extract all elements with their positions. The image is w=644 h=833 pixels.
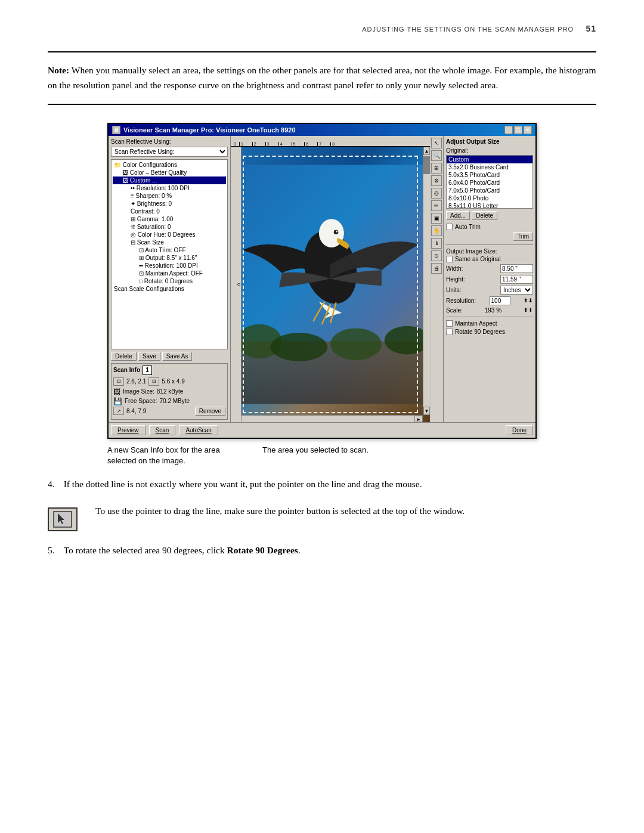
print-button[interactable]: 🖨 — [431, 263, 442, 274]
info-button[interactable]: ℹ — [431, 238, 442, 249]
pointer-tool-button[interactable]: ↖ — [431, 138, 442, 148]
resolution-spinner[interactable]: ⬆⬇ — [524, 298, 533, 304]
maximize-button[interactable]: □ — [514, 126, 522, 134]
height-input[interactable] — [500, 275, 533, 284]
delete-button[interactable]: Delete — [111, 352, 137, 361]
coords2-icon: ↗ — [113, 407, 124, 415]
hand-button[interactable]: ✋ — [431, 225, 442, 236]
image-size-icon: 🖼 — [113, 388, 120, 396]
scrollbar-horizontal[interactable]: ◄ ► — [231, 415, 423, 422]
tree-item-scan-size[interactable]: ⊟ Scan Size — [113, 239, 226, 246]
listbox-item-business-card[interactable]: 3.5x2.0 Business Card — [447, 163, 532, 171]
step4-item: 4. If the dotted line is not exactly whe… — [48, 477, 596, 492]
tree-item-rotate[interactable]: □ Rotate: 0 Degrees — [113, 277, 226, 285]
resolution-input[interactable] — [490, 296, 510, 305]
step4-text: If the dotted line is not exactly where … — [64, 477, 596, 492]
scale-spinner[interactable]: ⬆⬇ — [524, 307, 533, 313]
listbox-item-custom[interactable]: Custom — [447, 156, 532, 163]
listbox-item-photo-35[interactable]: 5.0x3.5 Photo/Card — [447, 171, 532, 179]
scale-value: 193 % — [485, 307, 501, 314]
pencil-button[interactable]: ✏ — [431, 200, 442, 211]
tree-item-brightness[interactable]: ✦ Brightness: 0 — [113, 200, 226, 208]
window-body: Scan Reflective Using: Scan Reflective U… — [109, 136, 535, 422]
page-header: Adjusting the Settings on the Scan Manag… — [48, 24, 596, 33]
width-input[interactable] — [500, 264, 533, 273]
tree-item-maintain[interactable]: ⊡ Maintain Aspect: OFF — [113, 270, 226, 277]
settings-button[interactable]: ⚙ — [431, 175, 442, 186]
vertical-toolbar: ↖ 🔍 ⊞ ⚙ ◎ ✏ ▣ ✋ ℹ ⊙ 🖨 — [430, 136, 443, 422]
delete-preset-button[interactable]: Delete — [472, 211, 497, 220]
scan-button[interactable]: Scan — [149, 425, 176, 435]
done-button[interactable]: Done — [506, 425, 533, 435]
units-select[interactable]: Inches — [500, 286, 533, 295]
rotate-90-checkbox[interactable] — [446, 329, 453, 335]
app-icon: 🖨 — [112, 126, 120, 134]
divider-2 — [446, 317, 533, 317]
note-label: Note: — [48, 65, 69, 75]
tree-item-sharpen[interactable]: ≡ Sharpen: 0 % — [113, 192, 226, 200]
tree-item-auto-trim[interactable]: ⊡ Auto Trim: OFF — [113, 246, 226, 254]
tree-item-res2[interactable]: •• Resolution: 100 DPI — [113, 262, 226, 270]
listbox-item-photo-60[interactable]: 6.0x4.0 Photo/Card — [447, 179, 532, 187]
tree-item-gamma[interactable]: ⊞ Gamma: 1.00 — [113, 215, 226, 223]
target-button[interactable]: ⊙ — [431, 250, 442, 261]
step5-item: 5. To rotate the selected area 90 degree… — [48, 543, 596, 558]
remove-button[interactable]: Remove — [195, 407, 225, 416]
eye-button[interactable]: ◎ — [431, 188, 442, 199]
listbox-item-photo-70[interactable]: 7.0x5.0 Photo/Card — [447, 187, 532, 194]
page-container: Adjusting the Settings on the Scan Manag… — [0, 0, 644, 833]
auto-trim-checkbox[interactable] — [446, 224, 453, 230]
tree-item-color-better[interactable]: 🖼 Color – Better Quality — [113, 169, 226, 176]
zoom-button[interactable]: 🔍 — [431, 150, 442, 161]
grid-button[interactable]: ⊞ — [431, 163, 442, 174]
tree-item-color-configs[interactable]: 📁 Color Configurations — [113, 161, 226, 169]
icon-note-row: To use the pointer to drag the line, mak… — [48, 504, 596, 531]
maintain-aspect-checkbox[interactable] — [446, 320, 453, 327]
icon-area — [48, 504, 83, 531]
tree-item-output[interactable]: ⊞ Output: 8.5" x 11.6" — [113, 254, 226, 262]
crop-button[interactable]: ▣ — [431, 213, 442, 224]
minimize-button[interactable]: _ — [504, 126, 513, 134]
trim-button[interactable]: Trim — [513, 232, 533, 241]
rotate-90-label: Rotate 90 Degrees — [455, 329, 505, 335]
free-space-row: 💾 Free Space: 70.2 MByte — [113, 397, 225, 405]
tree-view[interactable]: 📁 Color Configurations 🖼 Color – Better … — [111, 159, 228, 349]
coord-icon: ⊡ — [113, 377, 124, 386]
scale-row: Scale: 193 % ⬆⬇ — [446, 307, 533, 314]
tree-item-saturation[interactable]: ❊ Saturation: 0 — [113, 223, 226, 231]
divider-1 — [446, 244, 533, 245]
left-panel: Scan Reflective Using: Scan Reflective U… — [109, 136, 231, 422]
pointer-note-text: To use the pointer to drag the line, mak… — [95, 504, 596, 519]
autoscan-button[interactable]: AutoScan — [179, 425, 218, 435]
save-as-button[interactable]: Save As — [162, 352, 193, 361]
width-label: Width: — [446, 265, 463, 272]
original-label: Original: — [446, 147, 533, 154]
free-space-label: Free Space: — [125, 398, 157, 404]
size-value: 5.6 x 4.9 — [162, 378, 184, 385]
preview-button[interactable]: Preview — [111, 425, 145, 435]
same-as-original-label: Same as Original — [455, 256, 501, 262]
title-bar-buttons[interactable]: _ □ × — [504, 126, 532, 134]
resolution-label: Resolution: — [446, 298, 476, 304]
step5-text: To rotate the selected area 90 degrees, … — [64, 545, 227, 555]
preset-listbox[interactable]: Custom 3.5x2.0 Business Card 5.0x3.5 Pho… — [446, 155, 533, 209]
pointer-icon — [53, 511, 72, 528]
tree-item-color-hue[interactable]: ◎ Color Hue: 0 Degrees — [113, 231, 226, 239]
close-button[interactable]: × — [524, 126, 532, 134]
add-preset-button[interactable]: Add... — [446, 211, 470, 220]
output-size-label: Output Image Size: — [446, 248, 533, 255]
save-button[interactable]: Save — [138, 352, 160, 361]
tree-item-scale-configs[interactable]: Scan Scale Configurations — [113, 285, 226, 293]
scale-label: Scale: — [446, 307, 463, 314]
scan-using-select[interactable]: Scan Reflective Using: — [111, 147, 228, 157]
tree-item-contrast[interactable]: Contrast: 0 — [113, 208, 226, 215]
scrollbar-vertical[interactable]: ▲ ▼ — [423, 147, 430, 415]
same-as-original-checkbox[interactable] — [446, 256, 453, 262]
listbox-item-us-letter[interactable]: 8.5x11.0 US Letter — [447, 202, 532, 209]
tree-item-custom[interactable]: 🖼 Custom ... — [113, 176, 226, 184]
tree-item-resolution[interactable]: •• Resolution: 100 DPI — [113, 184, 226, 192]
listbox-item-photo-80[interactable]: 8.0x10.0 Photo — [447, 194, 532, 202]
coords2-value: 8.4, 7.9 — [126, 408, 146, 414]
left-panel-buttons: Delete Save Save As — [111, 352, 228, 361]
header-text: Adjusting the Settings on the Scan Manag… — [362, 26, 574, 33]
